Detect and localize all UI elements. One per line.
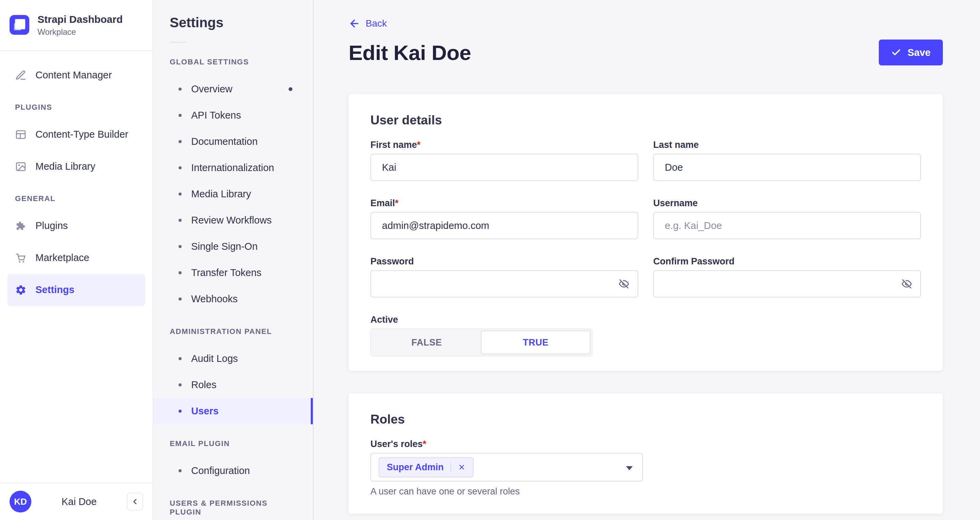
subnav-item-label: Transfer Tokens	[191, 267, 261, 278]
required-asterisk: *	[423, 439, 426, 449]
subnav-item-label: Single Sign-On	[191, 241, 258, 252]
subnav-item-media-library[interactable]: Media Library	[153, 181, 313, 207]
user-roles-label: User's roles*	[371, 439, 921, 450]
subnav-section-global-settings: GLOBAL SETTINGS	[153, 57, 313, 67]
subnav-item-webhooks[interactable]: Webhooks	[153, 286, 313, 312]
nav-section-plugins: PLUGINS	[8, 103, 145, 112]
confirm-password-input[interactable]	[653, 270, 921, 297]
first-name-input[interactable]	[371, 154, 638, 181]
save-button-label: Save	[907, 47, 931, 58]
user-roles-helper-text: A user can have one or several roles	[371, 486, 921, 497]
workspace-brand[interactable]: Strapi Dashboard Workplace	[0, 0, 153, 51]
bullet-icon	[178, 192, 181, 196]
password-label: Password	[371, 256, 638, 267]
username-field-group: Username	[653, 198, 921, 239]
subnav-item-label: Audit Logs	[191, 353, 238, 364]
subnav-item-label: Roles	[191, 379, 216, 391]
save-button[interactable]: Save	[879, 40, 943, 65]
sidebar-item-label: Settings	[35, 284, 74, 296]
role-tag-label: Super Admin	[387, 462, 444, 472]
collapse-sidebar-button[interactable]	[127, 493, 143, 510]
first-name-label: First name*	[371, 140, 638, 150]
toggle-confirm-password-visibility-button[interactable]	[897, 274, 916, 293]
sidebar-item-settings[interactable]: Settings	[8, 274, 145, 306]
back-label: Back	[366, 18, 387, 29]
bullet-icon	[178, 114, 181, 117]
subnav-section-email-plugin: EMAIL PLUGIN	[153, 439, 313, 448]
required-asterisk: *	[417, 140, 421, 150]
sidebar-item-label: Plugins	[35, 220, 68, 231]
last-name-label: Last name	[653, 140, 921, 150]
remove-role-button[interactable]	[458, 463, 466, 471]
subnav-item-label: Documentation	[191, 136, 258, 147]
bullet-icon	[178, 469, 181, 472]
bullet-icon	[178, 219, 181, 222]
workspace-subtitle: Workplace	[38, 27, 123, 37]
subnav-item-single-sign-on[interactable]: Single Sign-On	[153, 234, 313, 260]
last-name-field-group: Last name	[653, 140, 921, 181]
bullet-icon	[178, 410, 181, 413]
password-input[interactable]	[371, 270, 638, 297]
subnav-item-api-tokens[interactable]: API Tokens	[153, 102, 313, 129]
username-input[interactable]	[653, 212, 921, 239]
sidebar-item-media-library[interactable]: Media Library	[8, 151, 145, 183]
eye-off-icon	[619, 278, 629, 289]
eye-off-icon	[901, 278, 912, 289]
subnav-item-transfer-tokens[interactable]: Transfer Tokens	[153, 260, 313, 286]
active-label: Active	[371, 315, 638, 325]
subnav-item-users[interactable]: Users	[153, 398, 313, 424]
bullet-icon	[178, 140, 181, 143]
arrow-left-icon	[348, 18, 360, 29]
user-details-heading: User details	[371, 113, 921, 127]
subnav-item-documentation[interactable]: Documentation	[153, 129, 313, 155]
email-label: Email*	[371, 198, 638, 208]
sidebar-item-content-manager[interactable]: Content Manager	[8, 59, 145, 91]
main-sidebar: Strapi Dashboard Workplace Content Manag…	[0, 0, 153, 520]
active-toggle: FALSE TRUE	[371, 329, 593, 356]
bullet-icon	[178, 383, 181, 386]
subnav-item-roles[interactable]: Roles	[153, 372, 313, 398]
email-input[interactable]	[371, 212, 638, 239]
user-details-card: User details First name* Last name Email…	[348, 94, 943, 371]
roles-card: Roles User's roles* Super Admin A user c…	[348, 393, 943, 514]
subnav-item-configuration[interactable]: Configuration	[153, 458, 313, 484]
page-title: Edit Kai Doe	[348, 41, 471, 65]
sidebar-item-label: Content Manager	[35, 70, 112, 81]
bullet-icon	[178, 87, 181, 91]
pen-icon	[15, 70, 27, 81]
nav-section-general: GENERAL	[8, 194, 145, 203]
divider	[170, 42, 186, 43]
bullet-icon	[178, 271, 181, 274]
user-avatar[interactable]: KD	[10, 491, 31, 512]
subnav-section-users-permissions-plugin: USERS & PERMISSIONS PLUGIN	[153, 499, 313, 517]
subnav-item-audit-logs[interactable]: Audit Logs	[153, 345, 313, 372]
bullet-icon	[178, 166, 181, 169]
toggle-option-false[interactable]: FALSE	[372, 331, 481, 355]
workspace-title: Strapi Dashboard	[38, 13, 123, 26]
sidebar-footer: KD Kai Doe	[0, 482, 153, 520]
role-tag-super-admin: Super Admin	[379, 457, 474, 477]
last-name-input[interactable]	[653, 154, 921, 181]
roles-heading: Roles	[371, 412, 921, 427]
subnav-item-overview[interactable]: Overview	[153, 76, 313, 102]
cart-icon	[15, 252, 27, 264]
toggle-password-visibility-button[interactable]	[614, 274, 633, 293]
notification-dot	[289, 87, 293, 91]
email-field-group: Email*	[371, 198, 638, 239]
confirm-password-label: Confirm Password	[653, 256, 921, 267]
required-asterisk: *	[395, 198, 399, 208]
subnav-item-label: API Tokens	[191, 110, 241, 121]
user-roles-select[interactable]: Super Admin	[371, 453, 643, 482]
toggle-option-true[interactable]: TRUE	[481, 331, 590, 355]
sidebar-item-content-type-builder[interactable]: Content-Type Builder	[8, 119, 145, 151]
username-label: Username	[653, 198, 921, 208]
subnav-item-review-workflows[interactable]: Review Workflows	[153, 207, 313, 234]
bullet-icon	[178, 357, 181, 360]
main-content: Back Edit Kai Doe Save User details Firs…	[313, 0, 980, 520]
subnav-item-internationalization[interactable]: Internationalization	[153, 155, 313, 181]
sidebar-item-plugins[interactable]: Plugins	[8, 210, 145, 242]
image-icon	[15, 161, 27, 172]
gear-icon	[15, 284, 27, 296]
sidebar-item-marketplace[interactable]: Marketplace	[8, 242, 145, 274]
back-link[interactable]: Back	[348, 18, 387, 29]
